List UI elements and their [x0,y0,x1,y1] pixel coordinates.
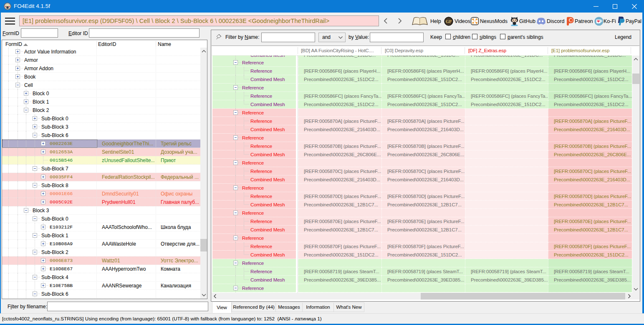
svg-text:GP: GP [446,19,452,24]
